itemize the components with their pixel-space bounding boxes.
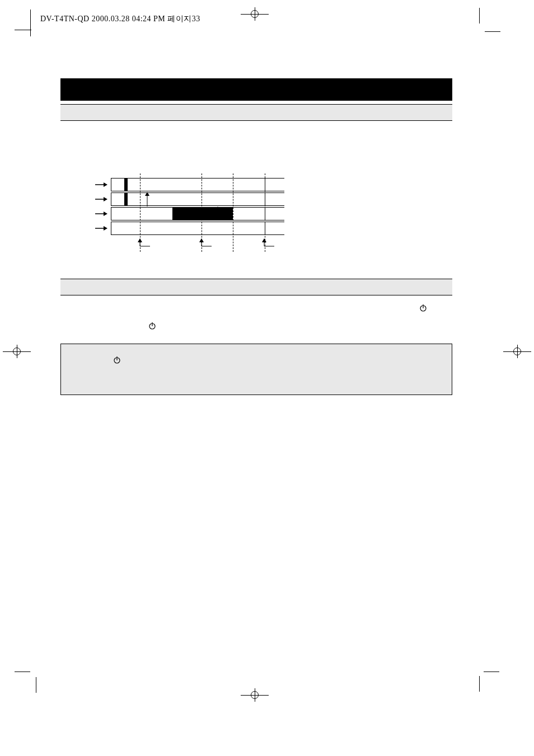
section-heading-a bbox=[60, 104, 452, 121]
print-header: DV-T4TN-QD 2000.03.28 04:24 PM 페이지33 bbox=[40, 14, 200, 24]
registration-mark-right bbox=[513, 348, 521, 355]
arrow-up-left-icon bbox=[137, 238, 150, 250]
body-paragraph-b bbox=[60, 302, 452, 336]
body-above-diagram bbox=[60, 128, 452, 150]
diagram-track bbox=[111, 178, 284, 191]
svg-marker-13 bbox=[199, 238, 204, 242]
power-icon bbox=[148, 321, 157, 330]
arrow-up-left-icon bbox=[198, 238, 212, 250]
svg-marker-9 bbox=[216, 206, 220, 210]
registration-mark-bottom bbox=[251, 691, 259, 699]
arrow-right-icon bbox=[95, 180, 107, 190]
diagram-track bbox=[111, 192, 284, 206]
diagram-track bbox=[111, 207, 284, 220]
arrow-up-icon bbox=[215, 206, 221, 219]
registration-mark-top bbox=[251, 10, 259, 18]
timing-diagram bbox=[111, 178, 284, 256]
arrow-up-icon bbox=[144, 192, 150, 209]
header-tick-h bbox=[15, 30, 31, 30]
svg-marker-7 bbox=[104, 212, 107, 216]
power-icon bbox=[419, 303, 428, 312]
title-bar bbox=[60, 78, 452, 101]
arrow-right-icon bbox=[95, 209, 107, 219]
registration-mark-left bbox=[13, 348, 21, 355]
svg-marker-1 bbox=[104, 182, 107, 187]
svg-marker-5 bbox=[145, 192, 149, 196]
note-box bbox=[60, 344, 452, 395]
arrow-right-icon bbox=[95, 194, 107, 204]
svg-marker-12 bbox=[138, 238, 142, 242]
arrow-right-icon bbox=[95, 223, 107, 233]
page-body bbox=[60, 78, 452, 395]
svg-marker-11 bbox=[104, 226, 107, 231]
arrow-up-left-icon bbox=[261, 238, 274, 250]
svg-marker-3 bbox=[104, 197, 107, 201]
power-icon bbox=[113, 355, 121, 364]
header-tick-v bbox=[30, 10, 31, 36]
diagram-track bbox=[111, 222, 284, 235]
section-heading-b bbox=[60, 279, 452, 295]
svg-marker-14 bbox=[262, 238, 266, 242]
